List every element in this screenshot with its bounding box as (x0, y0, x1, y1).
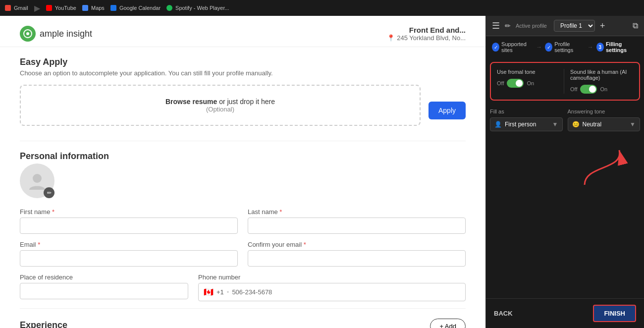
tab-gcal[interactable]: Google Calendar (110, 5, 161, 11)
experience-section: Experience + Add (20, 308, 466, 328)
maps-favicon (82, 5, 88, 11)
job-title: Front End and... (387, 26, 466, 34)
personal-info-section: Personal information ✏ First name * (20, 141, 466, 301)
fill-as-label: Fill as (490, 109, 563, 114)
tab-maps[interactable]: Maps (82, 5, 105, 11)
browse-link[interactable]: Browse resume (165, 98, 217, 106)
human-sound-setting: Sound like a human (AI camouflage) Off O… (564, 69, 633, 94)
svg-point-2 (33, 174, 42, 183)
back-button[interactable]: BACK (494, 310, 513, 317)
fill-as-row: Fill as 👤 First person ▼ Answering tone … (486, 105, 644, 135)
confirm-email-group: Confirm your email * (248, 241, 466, 267)
human-on-label: On (600, 86, 607, 92)
youtube-favicon (46, 5, 52, 11)
confirm-email-input[interactable] (248, 250, 466, 267)
apply-button[interactable]: Apply (429, 102, 466, 119)
add-profile-button[interactable]: + (600, 21, 605, 31)
menu-icon[interactable]: ☰ (492, 20, 500, 31)
copy-icon[interactable]: ⧉ (633, 21, 638, 30)
phone-label: Phone number (198, 273, 466, 281)
email-group: Email * (20, 241, 238, 267)
tab-gcal-label: Google Calendar (119, 5, 161, 11)
last-name-group: Last name * (248, 208, 466, 234)
email-row: Email * Confirm your email * (20, 241, 466, 267)
page-content: Easy Apply Choose an option to autocompl… (0, 47, 485, 328)
tab-gmail-label: Gmail (14, 5, 28, 11)
browser-bar: Gmail ▶ YouTube Maps Google Calendar Spo… (0, 0, 644, 16)
first-name-group: First name * (20, 208, 238, 234)
step-filling-settings: 3 Filling settings (596, 41, 638, 53)
easy-apply-subtitle: Choose an option to autocomplete your ap… (20, 69, 466, 77)
avatar-edit-button[interactable]: ✏ (44, 187, 54, 198)
fill-as-value: First person (505, 121, 536, 128)
step-2-check: ✓ (545, 43, 552, 52)
location-pin-icon: 📍 (387, 34, 395, 42)
first-name-input[interactable] (20, 218, 238, 234)
human-sound-toggle-row: Off On (570, 85, 633, 94)
settings-row: Use fromal tone Off On Sound like a huma… (497, 69, 633, 94)
phone-number: 506-234-5678 (232, 288, 272, 296)
gmail-favicon (5, 5, 11, 11)
fill-as-group: Fill as 👤 First person ▼ (490, 109, 563, 131)
step-1-label: Supported sites (501, 41, 533, 53)
svg-point-1 (26, 32, 29, 35)
human-sound-label: Sound like a human (AI camouflage) (570, 69, 633, 81)
email-input[interactable] (20, 250, 238, 267)
answering-tone-arrow: ▼ (630, 121, 636, 128)
gcal-favicon (110, 5, 116, 11)
tab-maps-label: Maps (91, 5, 105, 11)
fromal-on-label: On (527, 80, 534, 86)
profile-selector[interactable]: Profile 1 (554, 20, 595, 32)
step-profile-settings: ✓ Profile settings (545, 41, 585, 53)
last-name-input[interactable] (248, 218, 466, 234)
page-header: ample insight Front End and... 📍 245 Yor… (0, 16, 485, 47)
step-1-check: ✓ (492, 43, 499, 52)
fill-as-select[interactable]: 👤 First person ▼ (490, 117, 563, 131)
answering-tone-value: Neutral (583, 121, 602, 128)
answering-tone-label: Answering tone (568, 109, 641, 114)
phone-input[interactable]: 🇨🇦 +1 • 506-234-5678 (198, 283, 466, 301)
fromal-tone-label: Use fromal tone (497, 69, 560, 75)
tab-youtube-label: YouTube (55, 5, 76, 11)
step-2-label: Profile settings (554, 41, 585, 53)
answering-tone-select[interactable]: 😐 Neutral ▼ (568, 117, 641, 131)
fromal-tone-toggle-row: Off On (497, 79, 560, 88)
phone-group: Phone number 🇨🇦 +1 • 506-234-5678 (198, 273, 466, 301)
step-3-label: Filling settings (606, 41, 638, 53)
steps-bar: ✓ Supported sites → ✓ Profile settings →… (486, 36, 644, 58)
human-sound-toggle[interactable] (580, 85, 597, 94)
residence-input[interactable] (20, 283, 188, 299)
job-location-text: 245 Yorkland Blvd, No... (397, 34, 466, 42)
main-layout: ample insight Front End and... 📍 245 Yor… (0, 16, 644, 328)
experience-title: Experience (20, 320, 67, 328)
answering-tone-icon: 😐 (572, 121, 580, 128)
edit-icon[interactable]: ✏ (505, 22, 511, 30)
tab-spotify[interactable]: Spotify - Web Player... (166, 5, 229, 11)
upload-optional: (Optional) (33, 106, 408, 113)
fill-as-icon: 👤 (494, 121, 502, 128)
last-name-label: Last name * (248, 208, 466, 216)
logo-area: ample insight (20, 26, 92, 42)
job-info: Front End and... 📍 245 Yorkland Blvd, No… (387, 26, 466, 42)
fromal-off-label: Off (497, 80, 504, 86)
confirm-email-label: Confirm your email * (248, 241, 466, 248)
experience-add-button[interactable]: + Add (430, 319, 466, 328)
upload-box[interactable]: Browse resume or just drop it here (Opti… (20, 85, 421, 126)
content-area: ample insight Front End and... 📍 245 Yor… (0, 16, 485, 328)
fromal-tone-toggle[interactable] (507, 79, 524, 88)
settings-box: Use fromal tone Off On Sound like a huma… (490, 62, 640, 101)
active-profile-label: Active profile (516, 23, 547, 29)
phone-code: +1 (216, 288, 224, 296)
extension-footer: BACK FINISH (486, 298, 644, 328)
name-row: First name * Last name * (20, 208, 466, 234)
address-row: Place of residence Phone number 🇨🇦 +1 • … (20, 273, 466, 301)
phone-flag: 🇨🇦 (204, 287, 214, 297)
logo-text: ample insight (40, 29, 92, 39)
tab-youtube[interactable]: YouTube (46, 5, 76, 11)
upload-text: Browse resume or just drop it here (33, 98, 408, 106)
finish-button[interactable]: FINISH (593, 305, 636, 322)
avatar-wrapper: ✏ (20, 164, 54, 198)
easy-apply-section: Easy Apply Choose an option to autocompl… (20, 57, 466, 136)
first-name-label: First name * (20, 208, 238, 216)
tab-gmail[interactable]: Gmail (5, 5, 28, 11)
